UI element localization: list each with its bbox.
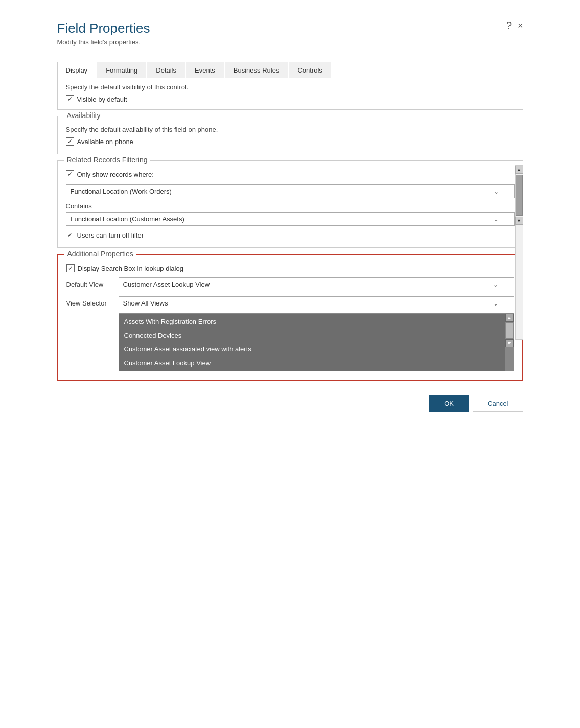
tab-bar: Display Formatting Details Events Busine… xyxy=(45,61,536,78)
dropdown-list-items: Assets With Registration Errors Connecte… xyxy=(119,314,505,371)
dropdown-scroll-up[interactable]: ▲ xyxy=(505,314,514,322)
default-view-value: Customer Asset Lookup View xyxy=(123,280,210,288)
dialog-subtitle: Modify this field's properties. xyxy=(57,38,150,46)
additional-properties-title: Additional Properties xyxy=(64,250,136,258)
related-records-section: Related Records Filtering Only show reco… xyxy=(57,160,523,248)
cancel-button[interactable]: Cancel xyxy=(473,395,523,412)
availability-content: Specify the default availability of this… xyxy=(66,126,515,146)
scroll-up-button[interactable]: ▲ xyxy=(515,166,523,174)
views-dropdown-list: Assets With Registration Errors Connecte… xyxy=(119,313,514,371)
visible-by-default-row: Visible by default xyxy=(66,95,515,103)
tab-business-rules[interactable]: Business Rules xyxy=(225,62,288,78)
dropdown-scrollbar: ▲ ▼ xyxy=(505,314,514,371)
list-item[interactable]: Customer Asset Lookup View xyxy=(119,356,505,370)
right-scrollbar: ▲ ▼ xyxy=(515,165,523,340)
availability-section: Availability Specify the default availab… xyxy=(57,116,523,154)
scroll-thumb[interactable] xyxy=(516,175,523,216)
availability-title: Availability xyxy=(64,111,104,120)
contains-label: Contains xyxy=(66,202,515,210)
tab-formatting[interactable]: Formatting xyxy=(97,62,146,78)
dialog-footer: OK Cancel xyxy=(45,387,536,420)
additional-properties-section: Additional Properties Display Search Box… xyxy=(57,254,523,381)
only-show-records-checkbox[interactable] xyxy=(66,170,74,178)
first-dropdown-value: Functional Location (Work Orders) xyxy=(71,187,172,195)
second-dropdown-value: Functional Location (Customer Assets) xyxy=(71,215,184,223)
list-item[interactable]: Connected Devices xyxy=(119,328,505,342)
dropdown-scroll-down[interactable]: ▼ xyxy=(505,339,514,347)
dialog-controls: ? × xyxy=(506,20,523,31)
filter-checkbox[interactable] xyxy=(66,231,74,239)
available-on-phone-checkbox[interactable] xyxy=(66,137,74,146)
visibility-description: Specify the default visibility of this c… xyxy=(66,83,515,91)
default-view-label: Default View xyxy=(66,280,112,288)
tab-events[interactable]: Events xyxy=(186,62,224,78)
second-dropdown-arrow: ⌄ xyxy=(494,216,499,223)
view-selector-value: Show All Views xyxy=(123,299,168,307)
availability-description: Specify the default availability of this… xyxy=(66,126,515,133)
filter-checkbox-label: Users can turn off filter xyxy=(77,231,144,239)
help-button[interactable]: ? xyxy=(506,20,512,31)
visible-by-default-label: Visible by default xyxy=(77,96,127,103)
list-item[interactable]: Assets With Registration Errors xyxy=(119,315,505,328)
dialog-title-area: Field Properties Modify this field's pro… xyxy=(57,20,150,46)
search-box-checkbox-row: Display Search Box in lookup dialog xyxy=(66,264,514,272)
search-box-checkbox[interactable] xyxy=(66,264,75,272)
filter-checkbox-row: Users can turn off filter xyxy=(66,231,515,239)
dialog-title: Field Properties xyxy=(57,20,150,36)
default-view-dropdown[interactable]: Customer Asset Lookup View ⌄ xyxy=(119,277,514,291)
view-selector-arrow: ⌄ xyxy=(493,300,498,307)
available-on-phone-label: Available on phone xyxy=(77,138,133,146)
list-item[interactable]: Customer Asset associated view with aler… xyxy=(119,342,505,356)
dropdown-scroll-thumb[interactable] xyxy=(506,323,513,338)
first-dropdown-row: Functional Location (Work Orders) ⌄ xyxy=(66,184,515,198)
related-records-title: Related Records Filtering xyxy=(64,156,151,164)
ok-button[interactable]: OK xyxy=(429,395,469,412)
default-view-row: Default View Customer Asset Lookup View … xyxy=(66,277,514,291)
tab-display[interactable]: Display xyxy=(57,62,97,78)
scroll-down-button[interactable]: ▼ xyxy=(515,217,523,225)
view-selector-label: View Selector xyxy=(66,299,112,307)
second-dropdown-row: Functional Location (Customer Assets) ⌄ xyxy=(66,212,515,226)
second-dropdown[interactable]: Functional Location (Customer Assets) ⌄ xyxy=(66,212,515,226)
only-show-records-label: Only show records where: xyxy=(77,171,154,178)
visibility-section: Specify the default visibility of this c… xyxy=(57,78,523,110)
additional-properties-content: Display Search Box in lookup dialog Defa… xyxy=(66,264,514,371)
view-selector-row: View Selector Show All Views ⌄ xyxy=(66,296,514,310)
search-box-checkbox-label: Display Search Box in lookup dialog xyxy=(78,265,183,272)
default-view-arrow: ⌄ xyxy=(493,281,498,288)
view-selector-dropdown[interactable]: Show All Views ⌄ xyxy=(119,296,514,310)
close-button[interactable]: × xyxy=(518,20,523,31)
available-on-phone-row: Available on phone xyxy=(66,137,515,146)
tab-controls[interactable]: Controls xyxy=(289,62,331,78)
tab-details[interactable]: Details xyxy=(147,62,185,78)
visible-by-default-checkbox[interactable] xyxy=(66,95,74,103)
first-dropdown-arrow: ⌄ xyxy=(494,188,499,195)
first-dropdown[interactable]: Functional Location (Work Orders) ⌄ xyxy=(66,184,515,198)
related-records-content: Only show records where: Functional Loca… xyxy=(66,170,515,239)
only-show-records-row: Only show records where: xyxy=(66,170,515,178)
